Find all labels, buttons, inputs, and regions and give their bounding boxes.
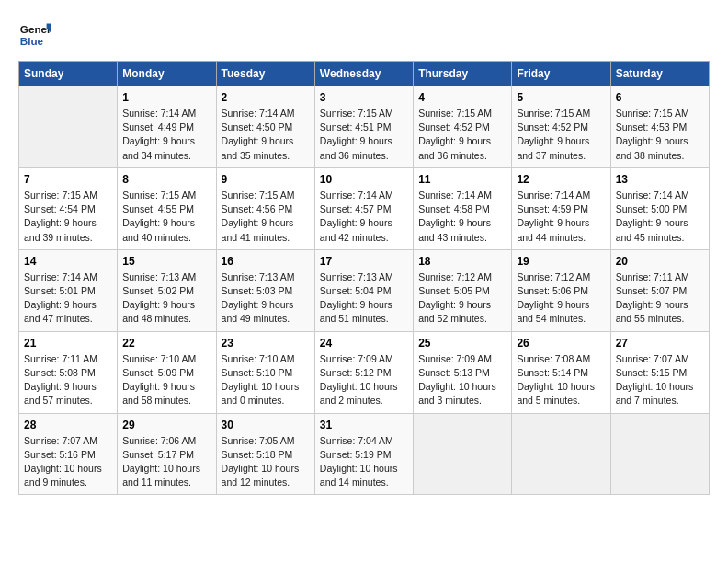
cell-info: Sunrise: 7:12 AM Sunset: 5:06 PM Dayligh… [517, 270, 605, 327]
calendar-cell: 24Sunrise: 7:09 AM Sunset: 5:12 PM Dayli… [314, 331, 413, 413]
calendar-cell [610, 413, 709, 495]
day-header-thursday: Thursday [414, 62, 512, 86]
cell-info: Sunrise: 7:14 AM Sunset: 5:00 PM Dayligh… [616, 189, 704, 245]
calendar-cell: 7Sunrise: 7:15 AM Sunset: 4:54 PM Daylig… [19, 167, 118, 249]
calendar-week-2: 7Sunrise: 7:15 AM Sunset: 4:54 PM Daylig… [19, 167, 710, 249]
cell-info: Sunrise: 7:14 AM Sunset: 4:49 PM Dayligh… [122, 107, 210, 163]
calendar-cell: 6Sunrise: 7:15 AM Sunset: 4:53 PM Daylig… [610, 86, 709, 168]
cell-date-number: 18 [418, 255, 506, 268]
calendar-cell: 28Sunrise: 7:07 AM Sunset: 5:16 PM Dayli… [19, 413, 118, 495]
cell-date-number: 31 [320, 419, 408, 431]
calendar-cell: 26Sunrise: 7:08 AM Sunset: 5:14 PM Dayli… [512, 331, 610, 413]
calendar-cell: 9Sunrise: 7:15 AM Sunset: 4:56 PM Daylig… [216, 167, 314, 249]
svg-text:Blue: Blue [20, 35, 44, 47]
day-header-tuesday: Tuesday [216, 62, 314, 86]
calendar-cell: 23Sunrise: 7:10 AM Sunset: 5:10 PM Dayli… [216, 331, 314, 413]
cell-info: Sunrise: 7:04 AM Sunset: 5:19 PM Dayligh… [320, 434, 408, 490]
day-header-wednesday: Wednesday [314, 62, 413, 86]
calendar-cell: 30Sunrise: 7:05 AM Sunset: 5:18 PM Dayli… [216, 413, 314, 495]
calendar-cell [414, 413, 512, 495]
cell-info: Sunrise: 7:15 AM Sunset: 4:53 PM Dayligh… [616, 107, 704, 163]
cell-date-number: 25 [418, 337, 506, 350]
calendar-cell: 2Sunrise: 7:14 AM Sunset: 4:50 PM Daylig… [216, 86, 314, 168]
cell-info: Sunrise: 7:05 AM Sunset: 5:18 PM Dayligh… [222, 434, 310, 490]
cell-date-number: 21 [24, 337, 112, 350]
cell-info: Sunrise: 7:07 AM Sunset: 5:16 PM Dayligh… [24, 434, 112, 490]
calendar-cell: 1Sunrise: 7:14 AM Sunset: 4:49 PM Daylig… [118, 86, 216, 168]
logo: General Blue [18, 18, 51, 52]
cell-date-number: 22 [122, 337, 210, 350]
cell-date-number: 30 [222, 419, 310, 431]
calendar-cell: 5Sunrise: 7:15 AM Sunset: 4:52 PM Daylig… [512, 86, 610, 168]
calendar-cell: 27Sunrise: 7:07 AM Sunset: 5:15 PM Dayli… [610, 331, 709, 413]
cell-date-number: 9 [222, 173, 310, 186]
cell-info: Sunrise: 7:15 AM Sunset: 4:54 PM Dayligh… [24, 189, 112, 245]
calendar-cell: 14Sunrise: 7:14 AM Sunset: 5:01 PM Dayli… [19, 249, 118, 331]
calendar-cell: 8Sunrise: 7:15 AM Sunset: 4:55 PM Daylig… [118, 167, 216, 249]
cell-date-number: 4 [418, 91, 506, 104]
cell-info: Sunrise: 7:13 AM Sunset: 5:04 PM Dayligh… [320, 270, 408, 327]
day-header-sunday: Sunday [19, 62, 118, 86]
cell-date-number: 11 [418, 173, 506, 186]
cell-info: Sunrise: 7:13 AM Sunset: 5:03 PM Dayligh… [222, 270, 310, 327]
cell-info: Sunrise: 7:15 AM Sunset: 4:52 PM Dayligh… [517, 107, 605, 163]
calendar-cell: 3Sunrise: 7:15 AM Sunset: 4:51 PM Daylig… [314, 86, 413, 168]
day-header-saturday: Saturday [610, 62, 709, 86]
calendar-cell: 19Sunrise: 7:12 AM Sunset: 5:06 PM Dayli… [512, 249, 610, 331]
cell-info: Sunrise: 7:13 AM Sunset: 5:02 PM Dayligh… [122, 270, 210, 327]
day-header-monday: Monday [118, 62, 216, 86]
cell-info: Sunrise: 7:14 AM Sunset: 4:58 PM Dayligh… [418, 189, 506, 245]
day-header-friday: Friday [512, 62, 610, 86]
calendar-cell: 17Sunrise: 7:13 AM Sunset: 5:04 PM Dayli… [314, 249, 413, 331]
page-header: General Blue [18, 18, 710, 52]
calendar-cell: 12Sunrise: 7:14 AM Sunset: 4:59 PM Dayli… [512, 167, 610, 249]
cell-info: Sunrise: 7:09 AM Sunset: 5:13 PM Dayligh… [418, 352, 506, 408]
calendar-body: 1Sunrise: 7:14 AM Sunset: 4:49 PM Daylig… [19, 86, 710, 495]
calendar-cell: 20Sunrise: 7:11 AM Sunset: 5:07 PM Dayli… [610, 249, 709, 331]
calendar-cell [19, 86, 118, 168]
cell-date-number: 12 [517, 173, 605, 186]
calendar-week-5: 28Sunrise: 7:07 AM Sunset: 5:16 PM Dayli… [19, 413, 710, 495]
calendar-cell: 4Sunrise: 7:15 AM Sunset: 4:52 PM Daylig… [414, 86, 512, 168]
calendar-week-4: 21Sunrise: 7:11 AM Sunset: 5:08 PM Dayli… [19, 331, 710, 413]
cell-date-number: 10 [320, 173, 408, 186]
cell-info: Sunrise: 7:14 AM Sunset: 4:59 PM Dayligh… [517, 189, 605, 245]
cell-info: Sunrise: 7:14 AM Sunset: 5:01 PM Dayligh… [24, 270, 112, 327]
cell-info: Sunrise: 7:08 AM Sunset: 5:14 PM Dayligh… [517, 352, 605, 408]
cell-info: Sunrise: 7:10 AM Sunset: 5:09 PM Dayligh… [122, 352, 210, 408]
calendar-cell: 21Sunrise: 7:11 AM Sunset: 5:08 PM Dayli… [19, 331, 118, 413]
cell-date-number: 1 [122, 91, 210, 104]
cell-info: Sunrise: 7:15 AM Sunset: 4:56 PM Dayligh… [222, 189, 310, 245]
cell-info: Sunrise: 7:06 AM Sunset: 5:17 PM Dayligh… [122, 434, 210, 490]
calendar-cell: 15Sunrise: 7:13 AM Sunset: 5:02 PM Dayli… [118, 249, 216, 331]
cell-date-number: 16 [222, 255, 310, 268]
cell-info: Sunrise: 7:12 AM Sunset: 5:05 PM Dayligh… [418, 270, 506, 327]
cell-date-number: 8 [122, 173, 210, 186]
cell-date-number: 28 [24, 419, 112, 431]
cell-date-number: 7 [24, 173, 112, 186]
calendar-cell: 31Sunrise: 7:04 AM Sunset: 5:19 PM Dayli… [314, 413, 413, 495]
cell-info: Sunrise: 7:15 AM Sunset: 4:51 PM Dayligh… [320, 107, 408, 163]
cell-info: Sunrise: 7:11 AM Sunset: 5:07 PM Dayligh… [616, 270, 704, 327]
cell-info: Sunrise: 7:15 AM Sunset: 4:52 PM Dayligh… [418, 107, 506, 163]
calendar-cell: 16Sunrise: 7:13 AM Sunset: 5:03 PM Dayli… [216, 249, 314, 331]
cell-date-number: 24 [320, 337, 408, 350]
cell-date-number: 15 [122, 255, 210, 268]
calendar-cell: 11Sunrise: 7:14 AM Sunset: 4:58 PM Dayli… [414, 167, 512, 249]
cell-info: Sunrise: 7:14 AM Sunset: 4:57 PM Dayligh… [320, 189, 408, 245]
cell-date-number: 20 [616, 255, 704, 268]
cell-info: Sunrise: 7:10 AM Sunset: 5:10 PM Dayligh… [222, 352, 310, 408]
calendar-cell: 22Sunrise: 7:10 AM Sunset: 5:09 PM Dayli… [118, 331, 216, 413]
calendar-cell: 25Sunrise: 7:09 AM Sunset: 5:13 PM Dayli… [414, 331, 512, 413]
cell-info: Sunrise: 7:15 AM Sunset: 4:55 PM Dayligh… [122, 189, 210, 245]
cell-info: Sunrise: 7:14 AM Sunset: 4:50 PM Dayligh… [222, 107, 310, 163]
cell-date-number: 26 [517, 337, 605, 350]
calendar-cell: 29Sunrise: 7:06 AM Sunset: 5:17 PM Dayli… [118, 413, 216, 495]
cell-date-number: 17 [320, 255, 408, 268]
cell-info: Sunrise: 7:09 AM Sunset: 5:12 PM Dayligh… [320, 352, 408, 408]
cell-date-number: 2 [222, 91, 310, 104]
cell-date-number: 27 [616, 337, 704, 350]
calendar-week-3: 14Sunrise: 7:14 AM Sunset: 5:01 PM Dayli… [19, 249, 710, 331]
calendar-cell: 13Sunrise: 7:14 AM Sunset: 5:00 PM Dayli… [610, 167, 709, 249]
cell-date-number: 29 [122, 419, 210, 431]
